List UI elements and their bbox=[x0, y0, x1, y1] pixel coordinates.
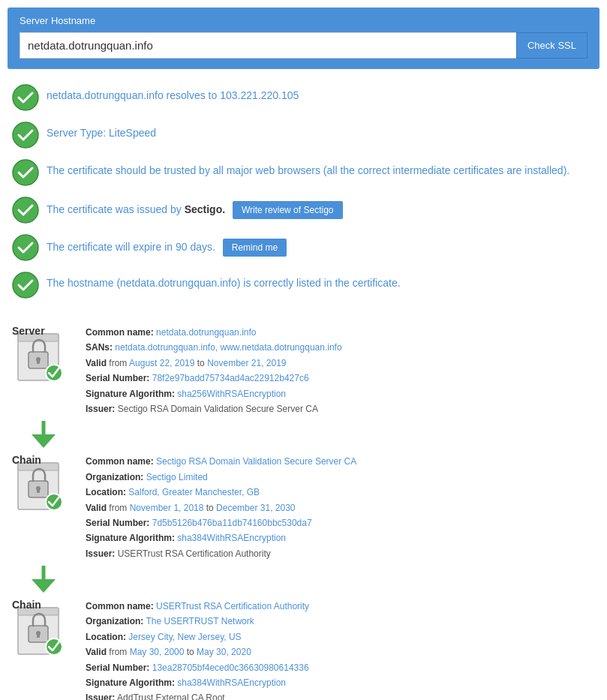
hostname-input[interactable] bbox=[20, 32, 516, 59]
check-item-servertype: Server Type: LiteSpeed bbox=[12, 122, 595, 149]
input-row: Check SSL bbox=[20, 32, 587, 59]
cert-details-server: Common name: netdata.dotrungquan.info SA… bbox=[86, 320, 342, 416]
check-ssl-button[interactable]: Check SSL bbox=[516, 32, 587, 59]
results-area: netdata.dotrungquan.info resolves to 103… bbox=[0, 77, 607, 317]
cert-details-chain1: Common name: Sectigo RSA Domain Validati… bbox=[86, 449, 356, 561]
check-item-trusted: The certificate should be trusted by all… bbox=[12, 159, 595, 186]
check-text-resolve: netdata.dotrungquan.info resolves to 103… bbox=[47, 84, 299, 104]
svg-marker-21 bbox=[32, 579, 56, 593]
cert-block-chain1: Chain Common name: Sectigo RSA Domain Va… bbox=[8, 449, 599, 561]
cert-label-server: Server bbox=[12, 325, 45, 337]
check-text-trusted: The certificate should be trusted by all… bbox=[47, 159, 569, 179]
cert-label-chain2: Chain bbox=[12, 599, 41, 611]
cert-icon-chain1: Chain bbox=[8, 449, 75, 513]
issuer-name: Sectigo. bbox=[185, 203, 225, 215]
check-item-expire: The certificate will expire in 90 days. … bbox=[12, 234, 595, 261]
cert-label-chain1: Chain bbox=[12, 454, 41, 466]
cert-block-server: Server Common name: netdata.dotrungquan.… bbox=[8, 320, 599, 416]
check-icon-hostname bbox=[12, 272, 39, 299]
chain-section: Server Common name: netdata.dotrungquan.… bbox=[0, 320, 607, 700]
check-icon-servertype bbox=[12, 122, 39, 149]
svg-rect-10 bbox=[37, 360, 40, 364]
check-icon-resolve bbox=[12, 84, 39, 111]
write-review-button[interactable]: Write review of Sectigo bbox=[233, 201, 343, 219]
svg-rect-18 bbox=[37, 489, 40, 493]
svg-point-2 bbox=[13, 160, 38, 185]
check-text-issuedby: The certificate was issued by Sectigo. W… bbox=[47, 197, 343, 219]
check-icon-expire bbox=[12, 234, 39, 261]
cert-icon-server: Server bbox=[8, 320, 75, 384]
cert-block-chain2: Chain Common name: USERTrust RSA Certifi… bbox=[8, 594, 599, 700]
svg-rect-26 bbox=[37, 634, 40, 638]
remind-me-button[interactable]: Remind me bbox=[223, 239, 287, 257]
check-icon-trusted bbox=[12, 159, 39, 186]
check-item-hostname: The hostname (netdata.dotrungquan.info) … bbox=[12, 272, 595, 299]
header-box: Server Hostname Check SSL bbox=[8, 8, 599, 69]
arrow-down-2 bbox=[29, 566, 59, 593]
check-icon-issuedby bbox=[12, 197, 39, 224]
check-text-expire: The certificate will expire in 90 days. … bbox=[47, 234, 287, 257]
svg-point-4 bbox=[13, 235, 38, 260]
svg-point-3 bbox=[13, 197, 38, 223]
svg-point-1 bbox=[13, 122, 38, 148]
svg-point-5 bbox=[13, 272, 38, 298]
arrow-down-1 bbox=[29, 421, 59, 448]
check-text-hostname: The hostname (netdata.dotrungquan.info) … bbox=[47, 272, 401, 291]
svg-point-0 bbox=[13, 85, 38, 110]
check-text-servertype: Server Type: LiteSpeed bbox=[47, 122, 156, 141]
cert-icon-chain2: Chain bbox=[8, 594, 75, 658]
server-hostname-label: Server Hostname bbox=[20, 15, 587, 26]
svg-marker-13 bbox=[32, 434, 56, 448]
check-item-resolve: netdata.dotrungquan.info resolves to 103… bbox=[12, 84, 595, 111]
cert-details-chain2: Common name: USERTrust RSA Certification… bbox=[86, 594, 309, 700]
check-item-issuedby: The certificate was issued by Sectigo. W… bbox=[12, 197, 595, 224]
